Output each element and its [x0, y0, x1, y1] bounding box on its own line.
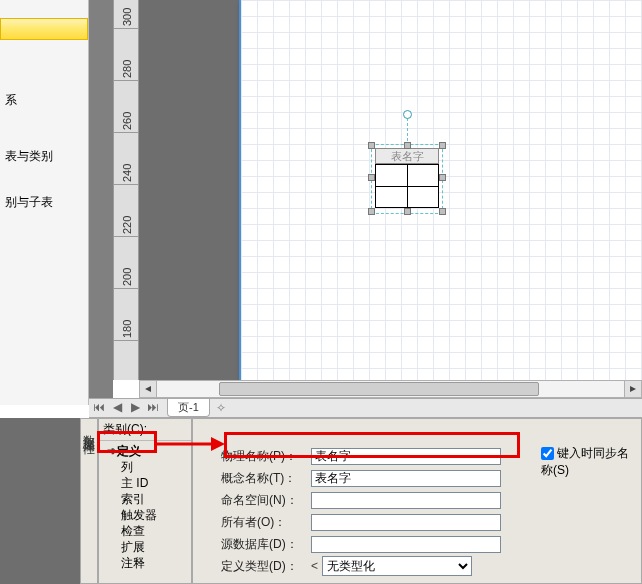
ruler-tick-label: 260 [121, 114, 133, 130]
resize-handle-sw[interactable] [368, 208, 375, 215]
shape-body[interactable] [375, 164, 439, 208]
sidebar-label: 别与子表 [5, 195, 53, 209]
sidebar-item-relation[interactable]: 系 [0, 88, 88, 110]
tree-node-primary-id[interactable]: 主 ID [107, 475, 191, 491]
tree-node-definition[interactable]: ➪定义 [107, 443, 191, 459]
tab-nav-first-icon[interactable]: ⏮ [91, 400, 107, 416]
scroll-track[interactable] [157, 380, 624, 398]
page-tab-strip: ⏮ ◀ ▶ ⏭ 页-1 ✧ [89, 398, 642, 418]
scroll-left-button[interactable]: ◂ [139, 380, 157, 398]
resize-handle-se[interactable] [439, 208, 446, 215]
tab-nav-prev-icon[interactable]: ◀ [109, 400, 125, 416]
vertical-ruler: 300 280 260 240 220 200 180 [113, 0, 139, 380]
scroll-thumb[interactable] [219, 382, 539, 396]
def-type-label: 定义类型(D)： [221, 558, 311, 575]
top-region: 系 表与类别 别与子表 300 280 260 240 220 200 180 … [0, 0, 642, 405]
categories-tree: ➪定义 列 主 ID 索引 触发器 检查 扩展 注释 [99, 441, 191, 573]
categories-header: 类别(C): [99, 419, 191, 441]
namespace-input[interactable] [311, 492, 501, 509]
physical-name-label: 物理名称(P)： [221, 448, 311, 465]
sidebar-item-selected[interactable] [0, 18, 88, 40]
tree-label: 触发器 [121, 508, 157, 522]
tree-label: 定义 [117, 444, 141, 458]
source-db-label: 源数据库(D)： [221, 536, 311, 553]
ruler-tick-label: 180 [121, 322, 133, 338]
less-than-icon: < [311, 559, 318, 573]
sidebar-item-table-and-category[interactable]: 表与类别 [0, 144, 88, 166]
ruler-tick-label: 300 [121, 10, 133, 26]
tree-node-check[interactable]: 检查 [107, 523, 191, 539]
tab-nav-next-icon[interactable]: ▶ [127, 400, 143, 416]
left-sidebar: 系 表与类别 别与子表 [0, 0, 89, 405]
categories-column: 类别(C): ➪定义 列 主 ID 索引 触发器 检查 扩展 注释 [98, 418, 192, 584]
tree-label: 索引 [121, 492, 145, 506]
resize-handle-w[interactable] [368, 174, 375, 181]
tree-node-comment[interactable]: 注释 [107, 555, 191, 571]
horizontal-scrollbar[interactable]: ◂ ▸ [139, 380, 642, 398]
namespace-label: 命名空间(N)： [221, 492, 311, 509]
ruler-tick-label: 200 [121, 270, 133, 286]
ruler-tick-label: 240 [121, 166, 133, 182]
source-db-input[interactable] [311, 536, 501, 553]
tree-node-index[interactable]: 索引 [107, 491, 191, 507]
scroll-right-button[interactable]: ▸ [624, 380, 642, 398]
tree-node-trigger[interactable]: 触发器 [107, 507, 191, 523]
properties-form: 物理名称(P)： 概念名称(T)： 命名空间(N)： 所有者(O)： 源数据库(… [192, 418, 642, 584]
physical-name-input[interactable] [311, 448, 501, 465]
resize-handle-e[interactable] [439, 174, 446, 181]
rotation-handle[interactable] [403, 110, 412, 119]
resize-handle-ne[interactable] [439, 142, 446, 149]
ruler-tick-label: 280 [121, 62, 133, 78]
concept-name-label: 概念名称(T)： [221, 470, 311, 487]
owner-input[interactable] [311, 514, 501, 531]
add-page-icon[interactable]: ✧ [216, 401, 226, 415]
selected-shape[interactable]: 表名字 [375, 150, 439, 210]
owner-label: 所有者(O)： [221, 514, 311, 531]
sync-name-checkbox[interactable] [541, 447, 554, 460]
tree-node-columns[interactable]: 列 [107, 459, 191, 475]
concept-name-input[interactable] [311, 470, 501, 487]
resize-handle-s[interactable] [404, 208, 411, 215]
tree-label: 扩展 [121, 540, 145, 554]
arrow-right-icon: ➪ [107, 443, 117, 459]
tab-nav-last-icon[interactable]: ⏭ [145, 400, 161, 416]
resize-handle-n[interactable] [404, 142, 411, 149]
tree-label: 注释 [121, 556, 145, 570]
shape-title[interactable]: 表名字 [375, 148, 439, 164]
sidebar-label: 表与类别 [5, 149, 53, 163]
panel-title-database-properties[interactable]: 数据库属性 [80, 418, 98, 584]
sidebar-label: 系 [5, 93, 17, 107]
sidebar-item-blank[interactable] [0, 0, 88, 18]
tree-label: 检查 [121, 524, 145, 538]
tree-node-extend[interactable]: 扩展 [107, 539, 191, 555]
sync-name-checkbox-group: 键入时同步名称(S) [541, 445, 633, 479]
sidebar-item-category-and-subtable[interactable]: 别与子表 [0, 190, 88, 212]
page-tab-1[interactable]: 页-1 [167, 399, 210, 417]
def-type-select[interactable]: 无类型化 [322, 556, 472, 576]
ruler-tick-label: 220 [121, 218, 133, 234]
tree-label: 主 ID [121, 476, 148, 490]
resize-handle-nw[interactable] [368, 142, 375, 149]
tree-label: 列 [121, 460, 133, 474]
sync-name-label: 键入时同步名称(S) [541, 446, 629, 477]
sidebar-canvas-gap [89, 0, 113, 405]
